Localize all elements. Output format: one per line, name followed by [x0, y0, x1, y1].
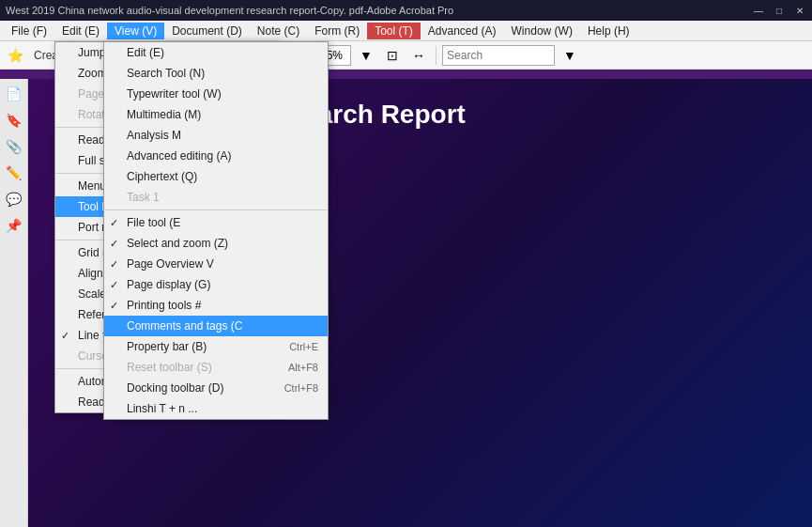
minimize-button[interactable]: —: [752, 4, 765, 17]
tool-item-property-bar[interactable]: Property bar (B) Ctrl+E: [104, 336, 328, 357]
sidebar-icon-attach[interactable]: 📎: [3, 135, 25, 158]
menu-tool[interactable]: Tool (T): [367, 23, 421, 39]
menu-window[interactable]: Window (W): [504, 23, 580, 39]
menu-file[interactable]: File (F): [4, 23, 54, 39]
search-input[interactable]: [442, 45, 555, 66]
tool-item-page-display[interactable]: Page display (G): [104, 274, 328, 295]
sidebar-icon-pin[interactable]: 📌: [3, 214, 25, 237]
search-btn[interactable]: ▼: [559, 44, 581, 67]
tool-item-linshi[interactable]: Linshi T + n ...: [104, 398, 328, 419]
menu-advanced[interactable]: Advanced (A): [421, 23, 504, 39]
sidebar: 📄 🔖 📎 ✏️ 💬 📌: [0, 79, 28, 527]
sep3: [436, 46, 437, 65]
tool-item-task1: Task 1: [104, 187, 328, 208]
create-icon: ⭐: [8, 48, 23, 63]
title-bar-buttons: — □ ✕: [752, 4, 806, 17]
tool-item-analysis[interactable]: Analysis M: [104, 125, 328, 146]
tool-item-comments-tags[interactable]: Comments and tags (C: [104, 316, 328, 336]
tool-item-typewriter[interactable]: Typewriter tool (W): [104, 84, 328, 104]
tool-item-docking-toolbar[interactable]: Docking toolbar (D) Ctrl+F8: [104, 378, 328, 398]
sidebar-icon-comment[interactable]: 💬: [3, 188, 25, 210]
sidebar-icon-bookmark[interactable]: 🔖: [3, 109, 25, 132]
maximize-button[interactable]: □: [773, 4, 786, 17]
close-button[interactable]: ✕: [793, 4, 806, 17]
zoom-dropdown-btn[interactable]: ▼: [355, 44, 377, 67]
tool-item-select-zoom[interactable]: Select and zoom (Z): [104, 233, 328, 254]
menu-note[interactable]: Note (C): [250, 23, 307, 39]
tool-item-edit[interactable]: Edit (E): [104, 42, 328, 63]
tool-item-file-tool[interactable]: File tool (E: [104, 212, 328, 233]
menu-bar: File (F) Edit (E) View (V) Document (D) …: [0, 21, 812, 41]
menu-edit[interactable]: Edit (E): [54, 23, 107, 39]
menu-form[interactable]: Form (R): [307, 23, 367, 39]
fit-page-btn[interactable]: ⊡: [381, 44, 404, 67]
menu-view[interactable]: View (V): [107, 23, 164, 39]
fit-width-btn[interactable]: ↔: [407, 44, 430, 67]
tool-item-multimedia[interactable]: Multimedia (M): [104, 104, 328, 125]
title-text: West 2019 China network audio-visual dev…: [6, 5, 453, 16]
sidebar-icon-edit[interactable]: ✏️: [3, 162, 25, 184]
menu-help[interactable]: Help (H): [580, 23, 637, 39]
tool-item-search[interactable]: Search Tool (N): [104, 63, 328, 84]
tool-item-reset-toolbar: Reset toolbar (S) Alt+F8: [104, 357, 328, 378]
tool-item-printing-tools[interactable]: Printing tools #: [104, 295, 328, 316]
tool-dropdown: Edit (E) Search Tool (N) Typewriter tool…: [103, 41, 329, 420]
tool-item-ciphertext[interactable]: Ciphertext (Q): [104, 166, 328, 187]
sidebar-icon-page[interactable]: 📄: [3, 83, 25, 105]
title-bar: West 2019 China network audio-visual dev…: [0, 0, 812, 21]
tool-sep1: [104, 209, 328, 210]
menu-document[interactable]: Document (D): [164, 23, 250, 39]
tool-item-advanced-editing[interactable]: Advanced editing (A): [104, 146, 328, 166]
create-btn[interactable]: ⭐: [4, 44, 26, 67]
tool-item-page-overview[interactable]: Page Overview V: [104, 254, 328, 274]
